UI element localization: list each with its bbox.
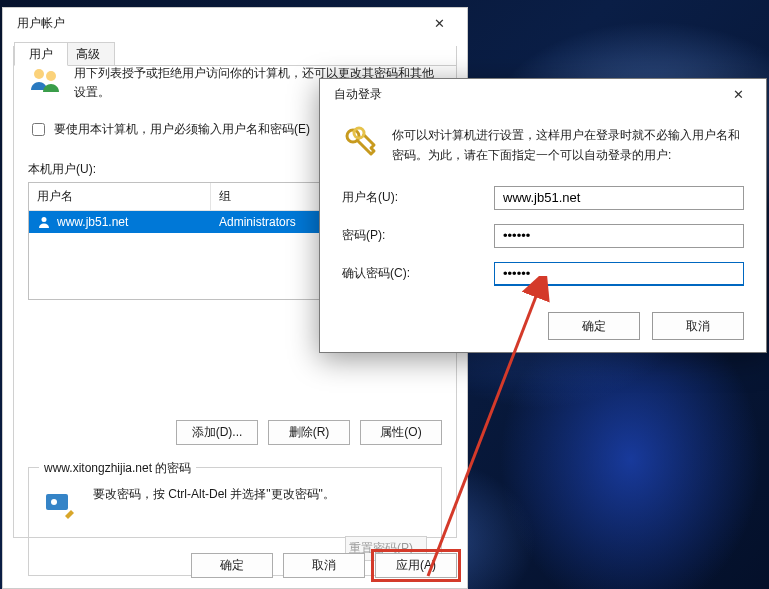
col-username[interactable]: 用户名 [29, 183, 211, 210]
window-footer: 确定 取消 应用(A) [13, 553, 457, 578]
svg-point-2 [42, 217, 47, 222]
dialog-ok-button[interactable]: 确定 [548, 312, 640, 340]
password-label: 密码(P): [342, 227, 494, 244]
dialog-titlebar[interactable]: 自动登录 ✕ [320, 79, 766, 109]
username-label: 用户名(U): [342, 189, 494, 206]
users-icon [28, 64, 62, 98]
svg-point-1 [46, 71, 56, 81]
keycard-icon [43, 486, 79, 522]
titlebar[interactable]: 用户帐户 ✕ [3, 8, 467, 38]
username-input[interactable] [494, 186, 744, 210]
dialog-intro: 你可以对计算机进行设置，这样用户在登录时就不必输入用户名和密码。为此，请在下面指… [342, 125, 744, 166]
require-login-checkbox[interactable] [32, 123, 45, 136]
dialog-body: 你可以对计算机进行设置，这样用户在登录时就不必输入用户名和密码。为此，请在下面指… [320, 109, 766, 314]
tab-users[interactable]: 用户 [14, 42, 68, 66]
ok-button[interactable]: 确定 [191, 553, 273, 578]
cancel-button[interactable]: 取消 [283, 553, 365, 578]
dialog-title: 自动登录 [334, 86, 382, 103]
password-group-legend: www.xitongzhijia.net 的密码 [39, 460, 196, 477]
remove-button[interactable]: 删除(R) [268, 420, 350, 445]
confirm-row: 确认密码(C): [342, 262, 744, 286]
keys-icon [342, 125, 378, 161]
tab-advanced[interactable]: 高级 [61, 42, 115, 66]
close-icon[interactable]: ✕ [417, 9, 461, 37]
password-input[interactable] [494, 224, 744, 248]
password-group-text: 要改密码，按 Ctrl-Alt-Del 并选择"更改密码"。 [93, 486, 335, 522]
dialog-intro-text: 你可以对计算机进行设置，这样用户在登录时就不必输入用户名和密码。为此，请在下面指… [392, 125, 744, 166]
user-action-buttons: 添加(D)... 删除(R) 属性(O) [28, 420, 442, 445]
password-row: 密码(P): [342, 224, 744, 248]
add-button[interactable]: 添加(D)... [176, 420, 258, 445]
cell-group: Administrators [211, 215, 304, 229]
auto-login-dialog: 自动登录 ✕ 你可以对计算机进行设置，这样用户在登录时就不必输入用户名和密码。为… [319, 78, 767, 353]
confirm-input[interactable] [494, 262, 744, 286]
svg-point-4 [51, 499, 57, 505]
username-row: 用户名(U): [342, 186, 744, 210]
dialog-footer: 确定 取消 [320, 300, 766, 352]
properties-button[interactable]: 属性(O) [360, 420, 442, 445]
svg-point-0 [34, 69, 44, 79]
cell-username-text: www.jb51.net [57, 215, 128, 229]
cell-username: www.jb51.net [29, 215, 211, 229]
require-login-label: 要使用本计算机，用户必须输入用户名和密码(E) [54, 121, 310, 138]
dialog-close-icon[interactable]: ✕ [716, 80, 760, 108]
confirm-label: 确认密码(C): [342, 265, 494, 282]
apply-button[interactable]: 应用(A) [375, 553, 457, 578]
window-title: 用户帐户 [17, 15, 65, 32]
user-avatar-icon [37, 215, 51, 229]
dialog-cancel-button[interactable]: 取消 [652, 312, 744, 340]
